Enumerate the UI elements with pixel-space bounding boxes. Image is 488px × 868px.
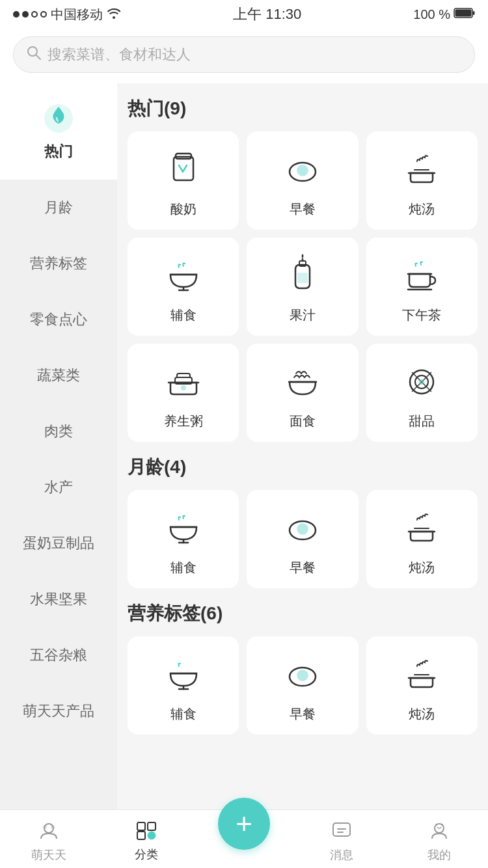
mine-icon (429, 821, 450, 845)
dessert-label: 甜品 (409, 413, 435, 430)
sidebar-item-grains[interactable]: 五谷杂粮 (0, 627, 117, 683)
sidebar-grains-label: 五谷杂粮 (30, 647, 87, 663)
comp2-label: 辅食 (170, 559, 197, 576)
svg-line-8 (179, 165, 183, 172)
svg-rect-43 (137, 832, 145, 839)
sidebar-item-seafood[interactable]: 水产 (0, 459, 117, 515)
sidebar-item-product[interactable]: 萌天天产品 (0, 683, 117, 739)
svg-point-37 (297, 670, 308, 681)
hot-section-title: 热门(9) (128, 96, 478, 121)
svg-point-11 (297, 165, 308, 176)
tab-item-message[interactable]: 消息 (293, 815, 390, 863)
nutrition-section-title: 营养标签(6) (128, 601, 478, 626)
svg-point-32 (297, 524, 308, 534)
dot3 (31, 11, 38, 18)
tab-home-label: 萌天天 (31, 847, 66, 863)
battery-percent: 100 % (413, 7, 450, 22)
sidebar-item-hot[interactable]: 热门 (0, 83, 117, 180)
carrier-text: 中国移动 (51, 6, 103, 23)
svg-rect-2 (472, 11, 474, 15)
sidebar-veg-label: 蔬菜类 (37, 367, 80, 383)
sidebar-dairy-label: 蛋奶豆制品 (23, 535, 94, 551)
sidebar-item-vegetables[interactable]: 蔬菜类 (0, 347, 117, 403)
sidebar-nutrition-label: 营养标签 (30, 255, 87, 271)
fab-icon: + (236, 807, 252, 840)
grid-item-soup[interactable]: 炖汤 (366, 131, 478, 230)
sidebar-item-nutrition[interactable]: 营养标签 (0, 236, 117, 292)
status-time: 上午 11:30 (233, 5, 301, 24)
sidebar-item-meat[interactable]: 肉类 (0, 403, 117, 459)
grid-item-dessert[interactable]: 甜品 (366, 344, 478, 442)
status-left: 中国移动 (13, 6, 121, 23)
tab-message-label: 消息 (330, 847, 353, 863)
grid-item-break2[interactable]: 早餐 (247, 490, 358, 588)
svg-point-39 (43, 825, 47, 829)
porridge-label: 养生粥 (164, 413, 203, 430)
age-section-title: 月龄(4) (128, 455, 478, 480)
tab-item-home[interactable]: 萌天天 (0, 815, 98, 863)
sidebar-hot-label: 热门 (44, 142, 73, 161)
dot1 (13, 11, 20, 18)
svg-line-9 (183, 165, 187, 172)
grid-item-soup2[interactable]: 炖汤 (366, 490, 478, 588)
svg-point-40 (51, 825, 55, 829)
dot4 (40, 11, 47, 18)
search-bar[interactable]: 搜索菜谱、食材和达人 (13, 36, 475, 73)
soup-label: 炖汤 (409, 200, 435, 218)
grid-item-breakfast[interactable]: 早餐 (247, 131, 358, 230)
grid-item-break3[interactable]: 早餐 (247, 636, 358, 735)
svg-point-44 (148, 832, 156, 839)
sidebar-item-dairy[interactable]: 蛋奶豆制品 (0, 515, 117, 571)
soup3-label: 炖汤 (409, 705, 435, 723)
grid-item-noodles[interactable]: 面食 (247, 344, 358, 442)
sidebar-item-snacks[interactable]: 零食点心 (0, 292, 117, 347)
complementary-label: 辅食 (170, 306, 197, 324)
tab-category-label: 分类 (135, 847, 158, 862)
sidebar-item-fruits[interactable]: 水果坚果 (0, 571, 117, 627)
fab-button[interactable]: + (218, 798, 270, 850)
grid-item-juice[interactable]: 果汁 (247, 237, 358, 336)
battery-icon (454, 7, 475, 22)
sidebar-age-label: 月龄 (44, 199, 73, 215)
svg-rect-41 (137, 822, 145, 830)
svg-rect-19 (297, 273, 308, 283)
yogurt-label: 酸奶 (170, 200, 197, 218)
juice-label: 果汁 (290, 306, 316, 324)
main-layout: 热门 月龄 营养标签 零食点心 蔬菜类 肉类 水产 蛋奶豆制品 水果坚果 五谷杂… (0, 83, 488, 822)
grid-item-soup3[interactable]: 炖汤 (366, 636, 478, 735)
hot-active-icon: 热门 (0, 102, 117, 161)
tab-mine-label: 我的 (427, 847, 451, 863)
nutrition-grid: 辅食 早餐 炖汤 (128, 636, 478, 735)
sidebar-meat-label: 肉类 (44, 423, 73, 439)
grid-item-afternoon-tea[interactable]: 下午茶 (366, 237, 478, 336)
wifi-icon (107, 7, 121, 22)
sidebar-fruits-label: 水果坚果 (30, 591, 87, 607)
sidebar-seafood-label: 水产 (44, 479, 73, 495)
tab-item-category[interactable]: 分类 (98, 816, 195, 862)
tab-item-mine[interactable]: 我的 (390, 815, 488, 863)
age-grid: 辅食 早餐 炖汤 (128, 490, 478, 588)
message-icon (331, 821, 352, 845)
status-right: 100 % (413, 7, 475, 22)
sidebar-snacks-label: 零食点心 (30, 311, 87, 327)
noodles-label: 面食 (290, 413, 316, 430)
category-icon (136, 821, 157, 844)
content-area: 热门(9) 酸奶 早餐 (117, 83, 488, 822)
grid-item-yogurt[interactable]: 酸奶 (128, 131, 239, 230)
afternoon-tea-label: 下午茶 (402, 306, 441, 324)
status-bar: 中国移动 上午 11:30 100 % (0, 0, 488, 29)
search-placeholder-text: 搜索菜谱、食材和达人 (47, 45, 191, 64)
dot2 (22, 11, 29, 18)
svg-rect-6 (174, 157, 193, 180)
svg-rect-42 (148, 822, 156, 830)
grid-item-comp3[interactable]: 辅食 (128, 636, 239, 735)
grid-item-porridge[interactable]: 养生粥 (128, 344, 239, 442)
grid-item-complementary[interactable]: 辅食 (128, 237, 239, 336)
svg-point-27 (419, 379, 424, 385)
search-icon (27, 46, 41, 64)
sidebar-product-label: 萌天天产品 (23, 703, 94, 719)
sidebar-item-age[interactable]: 月龄 (0, 180, 117, 236)
hot-grid: 酸奶 早餐 炖汤 (128, 131, 478, 442)
grid-item-comp2[interactable]: 辅食 (128, 490, 239, 588)
breakfast-label: 早餐 (290, 200, 316, 218)
